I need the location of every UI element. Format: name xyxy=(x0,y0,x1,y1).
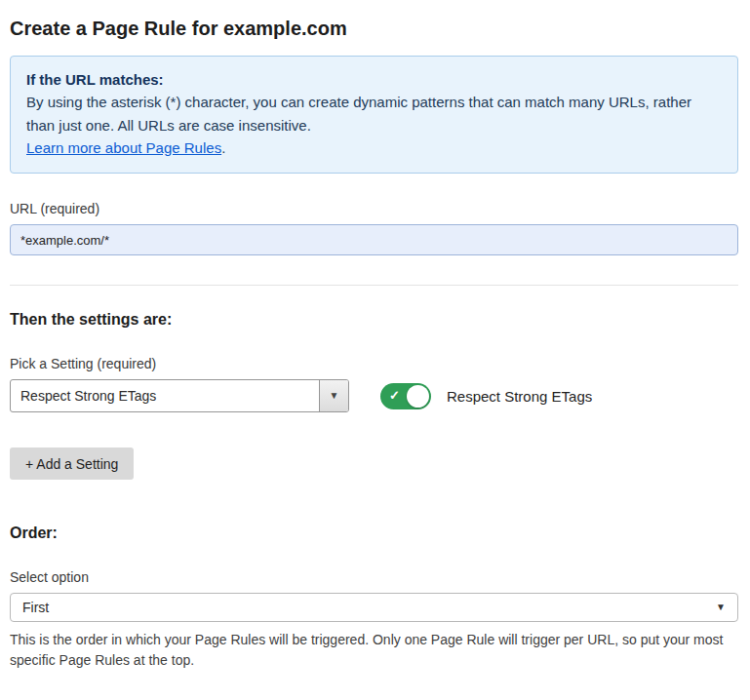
toggle-knob xyxy=(407,385,429,408)
page-title: Create a Page Rule for example.com xyxy=(10,18,738,40)
url-label: URL (required) xyxy=(10,201,738,216)
section-divider xyxy=(10,285,738,286)
order-select-value: First xyxy=(22,600,49,615)
order-help-text: This is the order in which your Page Rul… xyxy=(10,630,738,671)
setting-select-dropdown-button[interactable]: ▼ xyxy=(319,380,348,411)
page-rule-form: Create a Page Rule for example.com If th… xyxy=(0,0,750,700)
learn-more-link[interactable]: Learn more about Page Rules xyxy=(26,139,221,156)
add-setting-button[interactable]: + Add a Setting xyxy=(10,447,134,480)
check-icon: ✓ xyxy=(389,388,400,403)
info-box-body: By using the asterisk (*) character, you… xyxy=(26,91,709,136)
toggle-label: Respect Strong ETags xyxy=(447,388,592,405)
setting-select-value: Respect Strong ETags xyxy=(11,380,319,411)
order-select[interactable]: First ▼ xyxy=(10,593,738,622)
url-match-info-box: If the URL matches: By using the asteris… xyxy=(10,56,738,174)
pick-setting-label: Pick a Setting (required) xyxy=(10,356,738,371)
setting-toggle[interactable]: ✓ xyxy=(380,383,431,409)
info-box-link-line: Learn more about Page Rules. xyxy=(26,136,722,159)
chevron-down-icon: ▼ xyxy=(716,603,726,612)
order-section: Order: xyxy=(10,525,738,542)
link-period: . xyxy=(221,139,225,156)
order-heading: Order: xyxy=(10,525,738,542)
setting-select[interactable]: Respect Strong ETags ▼ xyxy=(10,379,349,412)
info-box-heading: If the URL matches: xyxy=(26,68,722,91)
url-input[interactable] xyxy=(10,224,738,255)
settings-heading: Then the settings are: xyxy=(10,311,738,329)
chevron-down-icon: ▼ xyxy=(330,391,339,401)
setting-row: Respect Strong ETags ▼ ✓ Respect Strong … xyxy=(10,379,738,412)
select-option-label: Select option xyxy=(10,569,738,585)
